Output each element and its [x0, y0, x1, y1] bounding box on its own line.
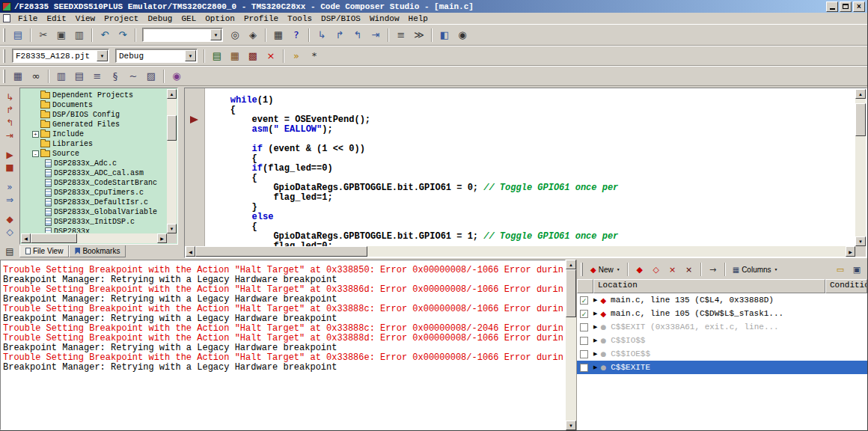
breakpoint-enabled-checkbox[interactable]: ✓ — [580, 310, 588, 318]
rebuild-all-icon[interactable]: ▩ — [245, 49, 261, 64]
load-breakpoints-icon[interactable]: ▭ — [833, 263, 848, 276]
copy-icon[interactable]: ▣ — [53, 28, 70, 43]
tree-item-dsp2833x-codestartbranc[interactable]: DSP2833x_CodeStartBranc — [22, 178, 166, 188]
save-breakpoints-icon[interactable]: ▣ — [849, 263, 864, 276]
cut-icon[interactable]: ✂ — [35, 28, 52, 43]
tree-item-dsp2833x-globalvariable[interactable]: DSP2833x_GlobalVariable — [22, 207, 166, 217]
scroll-left-button[interactable]: ◀ — [186, 246, 195, 257]
scroll-right-button[interactable]: ▶ — [846, 246, 855, 257]
minimize-button[interactable] — [826, 1, 838, 12]
incremental-build-icon[interactable]: ▦ — [227, 49, 243, 64]
redo-icon[interactable]: ↷ — [114, 28, 131, 43]
tree-item-dsp-bios-config[interactable]: DSP/BIOS Config — [22, 110, 166, 120]
scroll-right-button[interactable]: ▶ — [157, 233, 167, 243]
document-menu-icon[interactable] — [3, 14, 10, 22]
breakpoint-row[interactable]: ▶●C$$EXITE — [577, 361, 867, 374]
scroll-thumb[interactable] — [167, 115, 177, 141]
tree-item-dsp2833x-adc-c[interactable]: DSP2833x_Adc.c — [22, 159, 166, 168]
rta-window-icon[interactable]: ▨ — [143, 69, 159, 84]
tree-item-dsp2833x-cputimers-c[interactable]: DSP2833x_CpuTimers.c — [22, 188, 166, 198]
breakpoint-enabled-checkbox[interactable] — [580, 350, 588, 358]
register-window-icon[interactable]: ▤ — [71, 69, 88, 84]
toggle-probe-point-icon[interactable]: ◇ — [2, 225, 17, 238]
code-line[interactable]: if (event & (1 << 0)) — [209, 144, 855, 154]
edit-bookmarks-icon[interactable]: ≡ — [393, 28, 409, 43]
step-over-icon[interactable]: ↱ — [2, 103, 17, 116]
scroll-up-button[interactable]: ▲ — [855, 89, 866, 99]
mixed-mode-icon[interactable]: ◧ — [436, 28, 453, 43]
scroll-down-button[interactable]: ▼ — [566, 421, 576, 430]
code-line[interactable]: asm(" EALLOW"); — [209, 125, 855, 135]
project-select-dropdown[interactable]: ▼ — [97, 50, 108, 61]
column-header-condition[interactable]: Condition — [825, 279, 867, 293]
next-bookmark-icon[interactable]: ≫ — [411, 28, 427, 43]
tree-item-generated-files[interactable]: Generated Files — [22, 120, 166, 129]
run-to-cursor-icon[interactable]: ⇥ — [367, 28, 384, 43]
tree-item-libraries[interactable]: Libraries — [22, 139, 166, 149]
menu-project[interactable]: Project — [100, 14, 143, 23]
run-to-cursor-icon[interactable]: ⇥ — [2, 129, 17, 141]
tab-file-view[interactable]: File View — [19, 245, 69, 257]
breakpoint-enabled-checkbox[interactable] — [580, 364, 588, 372]
code-area[interactable]: while(1) { event = OSEventPend(); asm(" … — [206, 88, 855, 246]
scroll-thumb[interactable] — [855, 103, 866, 136]
undo-icon[interactable]: ↶ — [97, 28, 113, 43]
tree-item-dsp2833x-initdsp-c[interactable]: DSP2833x_InitDSP.c — [22, 217, 166, 227]
menu-dsp-bios[interactable]: DSP/BIOS — [317, 14, 365, 23]
tree-item-dependent-projects[interactable]: Dependent Projects — [22, 91, 166, 100]
menu-tools[interactable]: Tools — [283, 14, 317, 23]
debug-launch-icon[interactable]: » — [288, 49, 305, 64]
tree-item-documents[interactable]: Documents — [22, 100, 166, 110]
menu-window[interactable]: Window — [365, 14, 404, 23]
enable-all-breakpoints-icon[interactable]: ◆ — [632, 263, 647, 276]
titlebar[interactable]: /F28335 SEEDXDS510PLUS Emulator/TMS320C2… — [0, 0, 867, 13]
breakpoint-row[interactable]: ✓▶◆main.c, line 105 (C$DW$L$_sTask1... — [577, 307, 867, 320]
halt-icon[interactable]: ■ — [2, 161, 17, 174]
project-select[interactable]: F28335_A128.pjt ▼ — [12, 49, 109, 63]
breakpoint-row[interactable]: ▶●C$$IOE$$ — [577, 347, 867, 361]
disassembly-window-icon[interactable]: ≡ — [89, 69, 106, 84]
new-breakpoint-button[interactable]: ◆New▼ — [587, 262, 624, 277]
close-button[interactable]: × — [853, 1, 865, 12]
menu-file[interactable]: File — [13, 14, 42, 23]
find-next-icon[interactable]: ◎ — [227, 28, 243, 43]
code-line[interactable]: } — [209, 203, 855, 213]
scroll-up-button[interactable]: ▲ — [167, 89, 177, 99]
restore-button[interactable] — [840, 1, 852, 12]
tree-item-dsp2833x-defaultisr-c[interactable]: DSP2833x_DefaultIsr.c — [22, 198, 166, 207]
context-help-icon[interactable]: ? — [288, 28, 305, 43]
breakpoint-enabled-checkbox[interactable] — [580, 323, 588, 331]
scroll-thumb[interactable] — [195, 246, 367, 257]
stop-build-icon[interactable]: × — [263, 49, 279, 64]
breakpoint-row[interactable]: ▶●C$$EXIT (0x338A61, exit.c, line... — [577, 320, 867, 334]
build-config-select[interactable]: Debug ▼ — [115, 49, 198, 63]
graph-window-icon[interactable]: ~ — [125, 69, 141, 84]
scroll-thumb[interactable] — [31, 233, 77, 243]
delete-all-breakpoints-icon[interactable]: × — [682, 263, 697, 276]
build-config-dropdown[interactable]: ▼ — [185, 50, 196, 61]
menu-profile[interactable]: Profile — [239, 14, 283, 23]
code-editor[interactable]: while(1) { event = OSEventPend(); asm(" … — [184, 88, 867, 258]
step-out-asm-icon[interactable]: ↰ — [349, 28, 366, 43]
new-document-icon[interactable]: ▤ — [10, 28, 26, 43]
tree-vertical-scrollbar[interactable]: ▲ ▼ — [167, 89, 177, 233]
find-in-files-icon[interactable]: ◈ — [245, 28, 261, 43]
menu-gel[interactable]: GEL — [177, 14, 201, 23]
editor-horizontal-scrollbar[interactable]: ◀ ▶ — [186, 246, 855, 257]
run-icon[interactable]: ▶ — [2, 148, 17, 161]
scroll-left-button[interactable]: ◀ — [21, 233, 31, 243]
scroll-down-button[interactable]: ▼ — [855, 236, 866, 246]
breakpoint-row[interactable]: ✓▶◆main.c, line 135 (C$L4, 0x33888D) — [577, 293, 867, 307]
menu-debug[interactable]: Debug — [143, 14, 177, 23]
breakpoint-enabled-checkbox[interactable]: ✓ — [580, 296, 588, 305]
menu-option[interactable]: Option — [201, 14, 239, 23]
breakpoint-enabled-checkbox[interactable] — [580, 337, 588, 345]
tree-horizontal-scrollbar[interactable]: ◀ ▶ — [21, 233, 167, 243]
step-over-asm-icon[interactable]: ↱ — [331, 28, 348, 43]
restore-debug-windows-icon[interactable]: ▦ — [10, 69, 26, 84]
compile-file-icon[interactable]: ▤ — [209, 49, 225, 64]
editor-gutter[interactable] — [185, 88, 205, 246]
build-options-icon[interactable]: * — [306, 49, 323, 64]
run-free-icon[interactable]: ⇒ — [2, 193, 17, 206]
tree-item-include[interactable]: +Include — [22, 129, 166, 139]
